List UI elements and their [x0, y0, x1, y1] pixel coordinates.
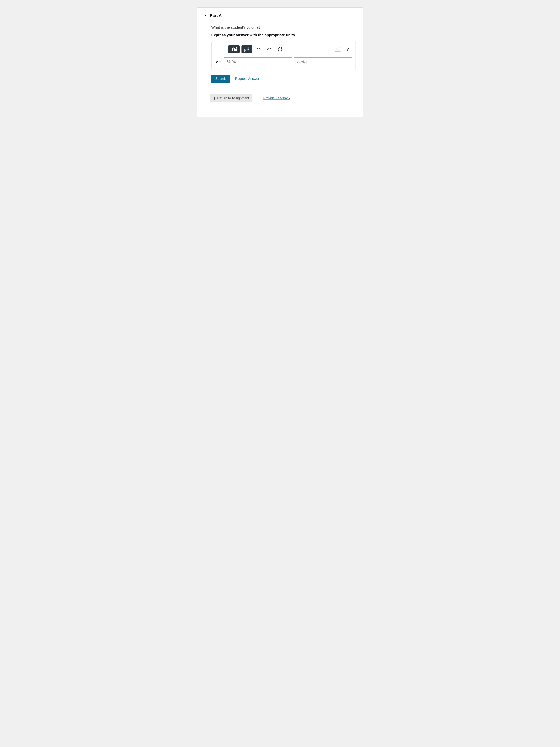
svg-rect-1: [234, 47, 235, 49]
svg-rect-0: [230, 48, 233, 51]
units-input[interactable]: [294, 57, 352, 66]
chevron-left-icon: ❮: [213, 96, 216, 100]
keyboard-button[interactable]: ⠿⠿: [334, 45, 342, 53]
answer-box: μÅ: [211, 42, 356, 70]
reset-button[interactable]: [275, 45, 285, 53]
svg-rect-2: [234, 49, 237, 51]
variable-label: V=: [215, 59, 222, 65]
question-text: What is the student's volume?: [211, 25, 356, 30]
templates-icon: [230, 47, 238, 52]
undo-button[interactable]: [254, 45, 263, 53]
value-input[interactable]: [224, 57, 292, 66]
symbols-label: μÅ: [243, 47, 251, 52]
part-title: Part A: [210, 13, 222, 18]
submit-button[interactable]: Submit: [211, 75, 230, 83]
help-button[interactable]: ?: [344, 45, 352, 53]
return-to-assignment-button[interactable]: ❮ Return to Assignment: [210, 94, 252, 102]
svg-marker-6: [281, 47, 282, 49]
redo-icon: [267, 47, 272, 51]
equation-toolbar: μÅ: [215, 45, 352, 53]
undo-icon: [256, 47, 261, 51]
symbols-button[interactable]: μÅ: [241, 45, 252, 53]
keyboard-icon: ⠿⠿: [335, 47, 341, 52]
reset-icon: [277, 47, 283, 52]
return-label: Return to Assignment: [217, 96, 249, 100]
svg-rect-3: [236, 47, 237, 49]
collapse-caret-icon[interactable]: ▼: [204, 14, 207, 17]
provide-feedback-link[interactable]: Provide Feedback: [263, 96, 290, 100]
request-answer-link[interactable]: Request Answer: [235, 77, 259, 81]
instruction-text: Express your answer with the appropriate…: [211, 33, 356, 37]
templates-button[interactable]: [228, 45, 240, 53]
redo-button[interactable]: [265, 45, 274, 53]
